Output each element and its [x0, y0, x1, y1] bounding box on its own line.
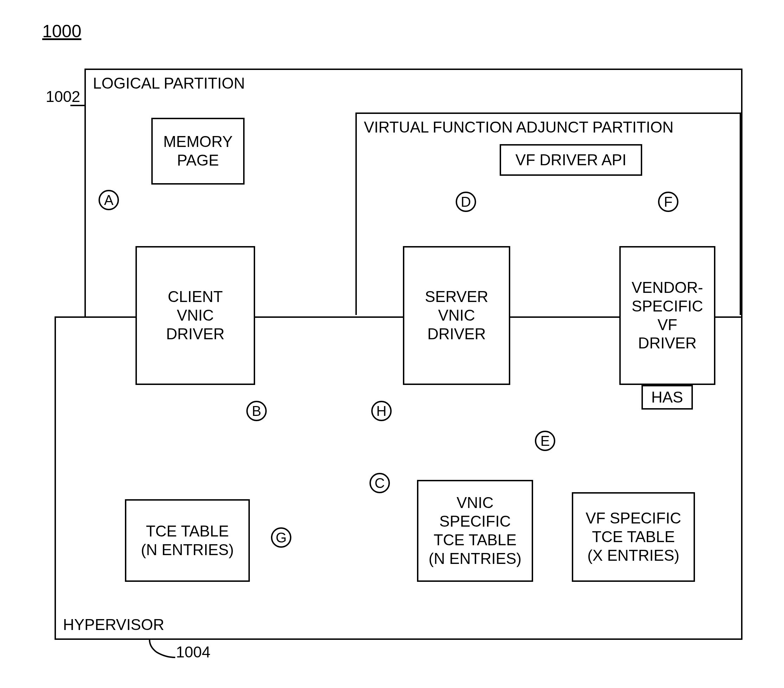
step-e: E — [535, 431, 555, 451]
tce-table-box: TCE TABLE (N ENTRIES) — [125, 499, 250, 582]
step-c: C — [369, 473, 390, 493]
figref-1004: 1004 — [176, 644, 211, 661]
logical-partition-title: LOGICAL PARTITION — [93, 74, 245, 93]
step-h: H — [371, 401, 392, 421]
figref-1002: 1002 — [46, 88, 80, 105]
step-d: D — [456, 192, 476, 212]
memory-page-box: MEMORY PAGE — [151, 118, 245, 185]
figref-main: 1000 — [42, 21, 81, 41]
vf-tce-box: VF SPECIFIC TCE TABLE (X ENTRIES) — [572, 492, 695, 582]
vf-adjunct-title: VIRTUAL FUNCTION ADJUNCT PARTITION — [364, 118, 674, 137]
step-a: A — [99, 190, 119, 210]
hypervisor-title: HYPERVISOR — [63, 616, 164, 634]
vendor-vf-box: VENDOR- SPECIFIC VF DRIVER — [619, 246, 715, 385]
client-vnic-box: CLIENT VNIC DRIVER — [135, 246, 255, 385]
vnic-tce-box: VNIC SPECIFIC TCE TABLE (N ENTRIES) — [417, 480, 533, 582]
server-vnic-box: SERVER VNIC DRIVER — [403, 246, 510, 385]
vf-driver-api-box: VF DRIVER API — [500, 144, 642, 176]
diagram-canvas: 1000 LOGICAL PARTITION 1002 HYPERVISOR 1… — [0, 0, 784, 688]
has-box: HAS — [641, 385, 693, 410]
step-f: F — [658, 192, 679, 212]
step-g: G — [271, 527, 292, 548]
step-b: B — [246, 401, 267, 421]
